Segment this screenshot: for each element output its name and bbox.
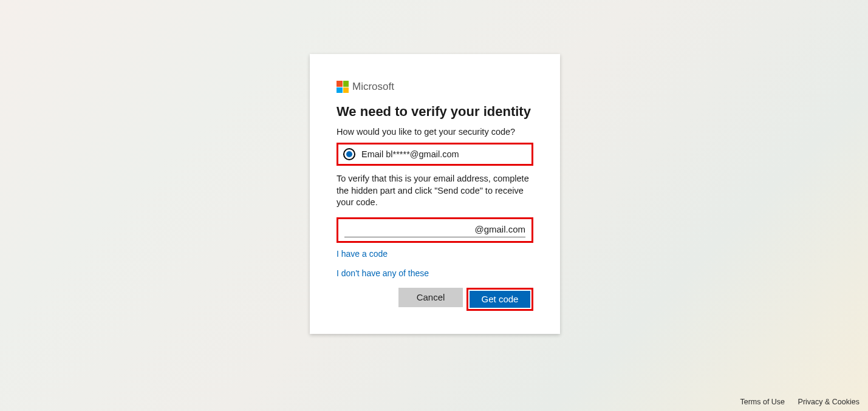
get-code-button[interactable]: Get code [470,291,530,308]
no-options-link[interactable]: I don't have any of these [337,268,533,278]
privacy-link[interactable]: Privacy & Cookies [798,398,859,406]
page-title: We need to verify your identity [337,104,533,120]
microsoft-logo-icon [337,81,349,93]
primary-button-highlight: Get code [466,288,533,311]
terms-link[interactable]: Terms of Use [740,398,785,406]
email-input-wrap: @gmail.com [337,217,533,243]
email-prefix-input[interactable] [344,224,474,234]
email-option-row[interactable]: Email bl*****@gmail.com [337,143,533,166]
logo-row: Microsoft [337,81,533,93]
verify-identity-card: Microsoft We need to verify your identit… [310,54,560,334]
have-code-link[interactable]: I have a code [337,249,533,259]
footer-links: Terms of Use Privacy & Cookies [729,398,859,406]
instruction-text: To verify that this is your email addres… [337,173,533,209]
cancel-button[interactable]: Cancel [398,288,463,307]
brand-name: Microsoft [352,81,394,93]
radio-selected-icon[interactable] [343,148,355,160]
email-suffix: @gmail.com [474,224,525,234]
email-option-label: Email bl*****@gmail.com [361,149,459,159]
button-row: Cancel Get code [337,288,533,311]
prompt-text: How would you like to get your security … [337,127,533,137]
email-input-line: @gmail.com [344,224,525,237]
